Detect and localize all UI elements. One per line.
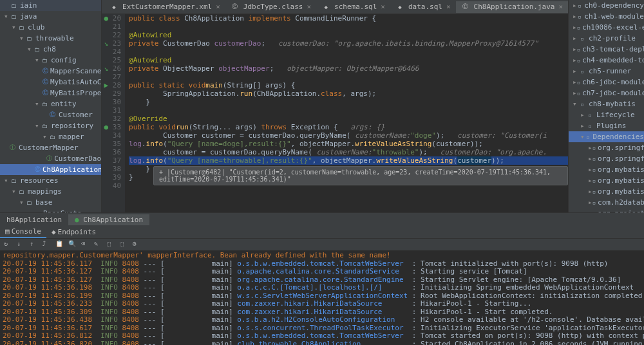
code-line[interactable]: @Autowired — [129, 56, 568, 64]
tree-item[interactable]: ▾🗀mappings — [0, 186, 101, 197]
tab-icon: ◆ — [52, 228, 56, 236]
code-line[interactable] — [129, 106, 568, 115]
close-icon[interactable]: × — [558, 3, 563, 11]
code-line[interactable]: log.info("Query [name=throwable],result:… — [129, 156, 568, 165]
tree-item[interactable]: ▾🗀club — [0, 22, 101, 33]
tree-item[interactable]: ⒸCustomer — [0, 109, 101, 120]
toolbar-icon[interactable]: 📋 — [55, 240, 64, 249]
toolbar-icon[interactable]: ⚙ — [133, 240, 142, 249]
maven-item[interactable]: ▸▫org.mybatis.generator: — [569, 186, 644, 197]
tree-item[interactable]: ▾🗀config — [0, 55, 101, 66]
toolbar-icon[interactable]: ⬚ — [120, 240, 129, 249]
maven-item[interactable]: ▸▫Lifecycle — [569, 109, 644, 120]
tree-item[interactable]: ▾🗀java — [0, 11, 101, 22]
toolbar-icon[interactable]: ↑ — [30, 240, 39, 249]
code-line[interactable]: @Autowired — [129, 31, 568, 39]
toolbar-icon[interactable]: ✎ — [94, 240, 103, 249]
code-line[interactable] — [129, 73, 568, 81]
run-tab[interactable]: h8Application — [0, 214, 68, 225]
maven-item[interactable]: ▸▫org.projectlombok:lom — [569, 208, 644, 212]
module-icon: ▫ — [578, 34, 587, 43]
module-icon: ▫ — [585, 133, 591, 142]
tree-item[interactable]: 🗀iain — [0, 0, 101, 11]
close-icon[interactable]: × — [381, 3, 385, 11]
maven-item[interactable]: ▾▫ch8-mybatis — [569, 98, 644, 109]
editor-tab[interactable]: ◆schema.sql× — [316, 1, 390, 13]
toolbar-icon[interactable]: 🔍 — [68, 240, 77, 249]
run-tab[interactable]: ● Ch8Application — [68, 214, 149, 225]
maven-item[interactable]: ▸▫org.springframework.b — [569, 153, 644, 164]
code-line[interactable]: @Override — [129, 115, 568, 123]
maven-panel[interactable]: ▸▫ch0-dependency▸▫ch1-web-module▸▫ch1008… — [568, 0, 644, 212]
maven-item[interactable]: ▸▫ch7-jdbc-module-mysql — [569, 88, 644, 98]
maven-item[interactable]: ▸▫ch4-embedded-tomcat-deplo — [569, 55, 644, 66]
tree-item[interactable]: ⒾCustomerMapper — [0, 142, 101, 153]
maven-item[interactable]: ▸▫ch1-web-module — [569, 11, 644, 22]
maven-item[interactable]: ▸▫ch6-jdbc-module — [569, 77, 644, 88]
maven-label: ch4-embedded-tomcat-deplo — [582, 56, 644, 64]
expand-icon: ▸ — [580, 122, 585, 130]
module-icon: ▫ — [577, 1, 583, 10]
maven-item[interactable]: ▸▫org.springframework.b — [569, 142, 644, 153]
editor-tab[interactable]: ⒸJdbcType.class× — [225, 1, 316, 13]
sub-tab[interactable]: ◆Endpoints — [46, 227, 101, 238]
code-line[interactable]: log.info("Query [name=doge],result:{}", … — [129, 140, 568, 148]
toolbar-icon[interactable]: ↓ — [17, 240, 26, 249]
maven-item[interactable]: ▸▫ch3-tomcat-deploy — [569, 44, 644, 55]
close-icon[interactable]: × — [216, 3, 220, 11]
tree-item[interactable]: ▾🗀entity — [0, 98, 101, 109]
code-line[interactable]: SpringApplication.run(Ch8Application.cla… — [129, 89, 568, 98]
toolbar-icon[interactable]: ⌫ — [81, 240, 90, 249]
editor-tab[interactable]: ◆ExtCustomerMapper.xml× — [104, 1, 225, 13]
console-output[interactable]: repository.mapper.CustomerMapper' mapper… — [0, 250, 644, 345]
tree-item[interactable]: ⒸCh8Application — [0, 164, 101, 175]
tree-item[interactable]: ⒸMapperScannerRegistrarConfiguration — [0, 66, 101, 77]
editor-tab[interactable]: ⒸCh8Application.java× — [456, 1, 568, 13]
code-editor[interactable]: ● 202122↘ 232425↘ 2627▶ 2829303132● 3334… — [102, 14, 568, 212]
editor-tab[interactable]: ◆data.sql× — [390, 1, 456, 13]
file-icon: 🗀 — [32, 45, 41, 54]
close-icon[interactable]: × — [307, 3, 311, 11]
sub-tab[interactable]: ▤Console — [0, 226, 46, 238]
close-icon[interactable]: × — [446, 3, 451, 11]
maven-item[interactable]: ▸▫ch10086-excel-export — [569, 22, 644, 33]
code-line[interactable]: Customer customer = customerDao.queryByN… — [129, 131, 568, 140]
module-icon: ▫ — [592, 165, 596, 174]
maven-item[interactable]: ▸▫ch5-runner — [569, 66, 644, 77]
code-line[interactable]: private CustomerDao customerDao; custome… — [129, 39, 568, 48]
code-line[interactable]: } — [129, 98, 568, 106]
maven-item[interactable]: ▸▫org.mybatis:mybatis-sp — [569, 175, 644, 186]
tree-item[interactable]: ▾🗀repository — [0, 120, 101, 131]
tree-item[interactable]: ⒸMyBatisProperties — [0, 88, 101, 98]
maven-item[interactable]: ▸▫ch0-dependency — [569, 0, 644, 11]
tree-item[interactable]: ▾🗀base — [0, 197, 101, 208]
code-line[interactable]: private ObjectMapper objectMapper; objec… — [129, 64, 568, 73]
tree-item[interactable]: ▾🗀mapper — [0, 131, 101, 142]
code-line[interactable] — [129, 23, 568, 31]
code-line[interactable]: public class Ch8Application implements C… — [129, 14, 568, 23]
code-line[interactable]: customer = customerDao.queryByName( cust… — [129, 148, 568, 156]
code-line[interactable]: public static void main(String[] args) { — [129, 81, 568, 89]
toolbar-icon[interactable]: ⤴ — [43, 240, 52, 249]
maven-item[interactable]: ▾▫Dependencies — [569, 131, 644, 142]
tree-item[interactable]: ▾🗀ch8 — [0, 44, 101, 55]
project-tree[interactable]: 🗀iain▾🗀java▾🗀club▾🗀throwable▾🗀ch8▾🗀confi… — [0, 0, 102, 212]
code-line[interactable] — [129, 48, 568, 56]
run-sub-tabs: ▤Console◆Endpoints — [0, 226, 644, 239]
tree-label: ch8 — [43, 45, 56, 53]
code-line[interactable]: public void run(String... args) throws E… — [129, 123, 568, 131]
tree-item[interactable]: ⒸMybatisAutoConfiguration — [0, 77, 101, 88]
file-icon: Ⓒ — [231, 3, 240, 12]
tree-item[interactable]: ◆BaseCusto — [0, 208, 101, 212]
file-icon: ◆ — [395, 3, 404, 12]
maven-item[interactable]: ▸▫ch2-profile — [569, 33, 644, 44]
tree-item[interactable]: ⒾCustomerDao — [0, 153, 101, 164]
toolbar-icon[interactable]: ⬚ — [107, 240, 116, 249]
tree-item[interactable]: ▾🗀resources — [0, 175, 101, 186]
tree-item[interactable]: ▾🗀throwable — [0, 33, 101, 44]
maven-item[interactable]: ▸▫com.h2database:h2:1.4 — [569, 197, 644, 208]
maven-label: ch1-web-module — [584, 12, 644, 21]
maven-item[interactable]: ▸▫org.mybatis:mybatis:3.5 — [569, 164, 644, 175]
maven-item[interactable]: ▸▫Plugins — [569, 120, 644, 131]
toolbar-icon[interactable]: ↻ — [4, 240, 13, 249]
